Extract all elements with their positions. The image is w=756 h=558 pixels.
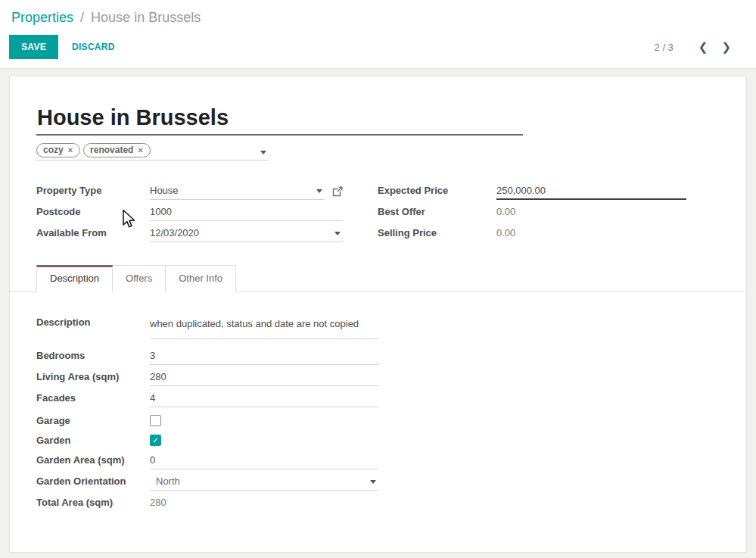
field-column-right: Expected Price 250,000.00 Best Offer 0.0…	[378, 182, 686, 245]
tag-label: cozy	[43, 145, 64, 155]
field-garden-area: Garden Area (sqm) 0	[36, 451, 378, 472]
external-link-icon[interactable]	[332, 186, 343, 200]
field-bedrooms: Bedrooms 3	[36, 347, 378, 368]
field-label: Best Offer	[378, 203, 496, 217]
field-selling-price: Selling Price 0.00	[378, 224, 686, 245]
tag-remove-icon[interactable]: ✕	[137, 146, 143, 154]
garden-orientation-select[interactable]: North	[150, 472, 378, 491]
pager-next-button[interactable]: ❯	[714, 39, 738, 55]
field-living-area: Living Area (sqm) 280	[36, 368, 378, 389]
field-property-type: Property Type House	[36, 182, 343, 203]
breadcrumb-current: House in Brussels	[91, 10, 201, 25]
field-label: Garden Orientation	[36, 472, 150, 487]
field-label: Living Area (sqm)	[36, 368, 150, 382]
field-label: Garden	[36, 432, 150, 446]
tag-renovated[interactable]: renovated ✕	[83, 143, 151, 157]
tag-cozy[interactable]: cozy ✕	[36, 143, 80, 157]
breadcrumb: Properties / House in Brussels	[0, 0, 756, 27]
garden-area-input[interactable]: 0	[150, 451, 378, 469]
pager-previous-button[interactable]: ❮	[692, 39, 715, 55]
check-icon: ✓	[152, 437, 158, 444]
dropdown-caret-icon[interactable]	[316, 189, 322, 193]
field-label: Property Type	[36, 182, 150, 196]
tab-offers[interactable]: Offers	[113, 265, 166, 292]
available-from-date-input[interactable]: 12/03/2020	[150, 224, 343, 242]
breadcrumb-separator: /	[77, 10, 87, 25]
notebook-tabs: Description Offers Other Info	[10, 265, 746, 292]
property-type-input[interactable]: House	[150, 182, 325, 200]
tab-description[interactable]: Description	[36, 265, 113, 292]
field-grid: Property Type House Postcode 1000	[36, 182, 720, 245]
description-textarea[interactable]: when duplicated, status and date are not…	[150, 313, 378, 339]
tab-other-info[interactable]: Other Info	[166, 265, 236, 292]
field-label: Garage	[36, 412, 150, 426]
field-label: Garden Area (sqm)	[36, 451, 150, 466]
selling-price-value: 0.00	[496, 224, 686, 242]
discard-button[interactable]: DISCARD	[61, 36, 126, 58]
field-label: Selling Price	[378, 224, 496, 238]
living-area-input[interactable]: 280	[150, 368, 378, 386]
field-garden: Garden ✓	[36, 432, 378, 450]
tag-remove-icon[interactable]: ✕	[67, 146, 73, 154]
field-total-area: Total Area (sqm) 280	[36, 494, 378, 515]
field-available-from: Available From 12/03/2020	[36, 224, 343, 245]
tags-field[interactable]: cozy ✕ renovated ✕	[36, 143, 269, 161]
garage-checkbox[interactable]	[150, 415, 161, 426]
field-label: Expected Price	[378, 182, 496, 196]
tag-label: renovated	[90, 145, 133, 155]
field-label: Total Area (sqm)	[36, 494, 150, 508]
property-name-input[interactable]: House in Brussels	[36, 103, 523, 136]
bedrooms-input[interactable]: 3	[150, 347, 378, 365]
field-facades: Facades 4	[36, 389, 378, 410]
postcode-input[interactable]: 1000	[150, 203, 343, 221]
garden-checkbox[interactable]: ✓	[150, 435, 161, 446]
control-panel: Properties / House in Brussels SAVE DISC…	[0, 0, 756, 69]
tab-pane-description: Description when duplicated, status and …	[36, 292, 720, 515]
pager-value: 2 / 3	[655, 42, 674, 53]
form-sheet: House in Brussels cozy ✕ renovated ✕ Pro…	[9, 76, 747, 553]
field-description: Description when duplicated, status and …	[36, 313, 378, 339]
facades-input[interactable]: 4	[150, 389, 378, 407]
save-button[interactable]: SAVE	[9, 35, 58, 59]
form-view-background: House in Brussels cozy ✕ renovated ✕ Pro…	[0, 69, 756, 558]
field-label: Description	[36, 313, 150, 328]
field-postcode: Postcode 1000	[36, 203, 343, 224]
best-offer-value: 0.00	[496, 203, 686, 221]
field-garage: Garage	[36, 412, 378, 430]
field-label: Available From	[36, 224, 150, 238]
dropdown-caret-icon[interactable]	[260, 151, 266, 154]
field-label: Facades	[36, 389, 150, 404]
breadcrumb-properties-link[interactable]: Properties	[11, 10, 73, 25]
dropdown-caret-icon[interactable]	[370, 480, 376, 484]
chevron-right-icon: ❯	[721, 40, 731, 53]
field-best-offer: Best Offer 0.00	[378, 203, 686, 224]
chevron-left-icon: ❮	[698, 40, 708, 53]
pager: 2 / 3 ❮ ❯	[655, 39, 738, 55]
dropdown-caret-icon[interactable]	[334, 232, 341, 235]
field-label: Postcode	[36, 203, 150, 217]
total-area-value: 280	[150, 494, 378, 512]
field-label: Bedrooms	[36, 347, 150, 361]
field-garden-orientation: Garden Orientation North	[36, 472, 378, 494]
field-column-left: Property Type House Postcode 1000	[36, 182, 343, 245]
expected-price-input[interactable]: 250,000.00	[496, 182, 686, 200]
field-expected-price: Expected Price 250,000.00	[378, 182, 686, 203]
